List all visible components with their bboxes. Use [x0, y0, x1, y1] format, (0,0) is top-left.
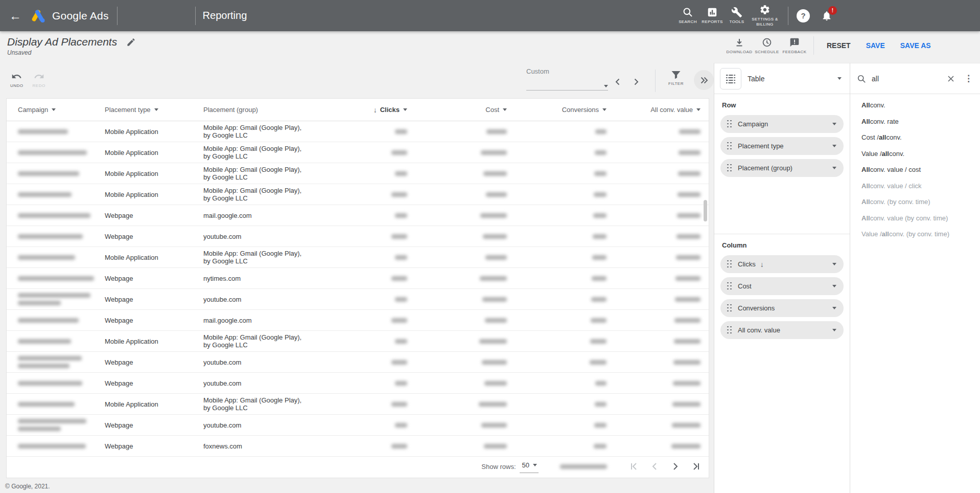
table-row[interactable]: Mobile Application Mobile App: Gmail (Go… [7, 121, 709, 142]
row-drop-zone[interactable] [720, 181, 844, 234]
reset-button[interactable]: RESET [819, 36, 858, 55]
first-page-button[interactable] [628, 461, 639, 472]
table-row[interactable]: Webpage youtube.com [7, 415, 709, 436]
metric-option[interactable]: Cost / all conv. [861, 129, 980, 146]
last-page-icon [691, 461, 702, 472]
metric-option[interactable]: All conv. (by conv. time) [861, 194, 980, 210]
back-arrow-icon[interactable]: ← [5, 6, 26, 26]
placement-group-cell: youtube.com [203, 226, 331, 247]
help-button[interactable]: ? [797, 9, 810, 23]
drag-handle-icon[interactable] [727, 164, 732, 172]
field-chip[interactable]: Placement (group) ↓ [720, 159, 844, 177]
undo-button[interactable]: UNDO [10, 71, 24, 88]
column-header-conversions[interactable]: Conversions [507, 106, 606, 114]
redo-button[interactable]: REDO [33, 71, 45, 88]
drag-handle-icon[interactable] [727, 282, 732, 290]
metric-option[interactable]: Value / all conv. [861, 146, 980, 162]
nav-tools-button[interactable]: TOOLS [725, 7, 749, 25]
download-button[interactable]: DOWNLOAD [726, 37, 753, 54]
table-row[interactable]: Mobile Application Mobile App: Gmail (Go… [7, 142, 709, 163]
conversions-cell [507, 255, 606, 260]
table-row[interactable]: Webpage mail.google.com [7, 310, 709, 331]
vertical-scrollbar[interactable] [704, 200, 707, 221]
metric-search-input[interactable] [871, 74, 934, 83]
metric-option[interactable]: All conv. rate [861, 114, 980, 130]
nav-search-button[interactable]: SEARCH [675, 7, 700, 25]
clear-search-button[interactable] [945, 73, 957, 85]
google-ads-logo[interactable]: Google Ads [29, 8, 109, 24]
nav-reports-button[interactable]: REPORTS [700, 7, 725, 25]
metric-option[interactable]: All conv. value / click [861, 178, 980, 194]
conv-value-cell [606, 402, 709, 407]
table-row[interactable]: Webpage youtube.com [7, 226, 709, 247]
column-header-clicks[interactable]: ↓ Clicks [331, 106, 407, 114]
column-header-placement-group[interactable]: Placement (group) [203, 106, 331, 114]
filter-button[interactable]: FILTER [664, 71, 688, 86]
drag-handle-icon[interactable] [727, 142, 732, 150]
previous-page-button[interactable] [649, 461, 660, 472]
drag-handle-icon[interactable] [727, 120, 732, 128]
campaign-cell [7, 276, 105, 281]
more-options-button[interactable]: ⋮ [961, 73, 976, 84]
cost-cell [407, 381, 507, 386]
cost-cell [407, 402, 507, 407]
clicks-cell [331, 423, 407, 428]
field-chip[interactable]: All conv. value ↓ [720, 321, 844, 339]
save-status: Unsaved [7, 49, 136, 56]
chevron-down-icon[interactable] [832, 307, 836, 309]
table-row[interactable]: Mobile Application Mobile App: Gmail (Go… [7, 184, 709, 205]
column-header-placement-type[interactable]: Placement type [105, 106, 203, 114]
page-size-value: 50 [522, 461, 529, 469]
column-header-campaign[interactable]: Campaign [7, 106, 105, 114]
campaign-cell [7, 444, 105, 449]
previous-date-range-button[interactable] [611, 75, 624, 88]
page-title: Reporting [203, 10, 247, 21]
notifications-button[interactable]: ! [821, 10, 832, 22]
drag-handle-icon[interactable] [727, 304, 732, 312]
visualization-type-select[interactable]: Table [714, 63, 850, 94]
chevron-down-icon[interactable] [832, 329, 836, 331]
next-date-range-button[interactable] [629, 75, 643, 88]
table-row[interactable]: Mobile Application Mobile App: Gmail (Go… [7, 163, 709, 184]
chevron-down-icon[interactable] [832, 263, 836, 265]
chevron-down-icon[interactable] [832, 145, 836, 147]
show-rows-select[interactable]: 50 [520, 460, 539, 473]
field-chip[interactable]: Conversions ↓ [720, 299, 844, 317]
drag-handle-icon[interactable] [727, 260, 732, 268]
metric-option[interactable]: All conv. [861, 97, 980, 114]
first-page-icon [628, 461, 639, 472]
field-chip[interactable]: Cost ↓ [720, 277, 844, 295]
chevron-down-icon[interactable] [832, 285, 836, 287]
placement-type-cell: Webpage [105, 379, 203, 387]
chevron-down-icon[interactable] [832, 167, 836, 169]
metric-option[interactable]: All conv. value / cost [861, 162, 980, 178]
metric-option[interactable]: Value / all conv. (by conv. time) [861, 226, 980, 242]
next-page-button[interactable] [670, 461, 681, 472]
table-row[interactable]: Webpage youtube.com [7, 373, 709, 394]
table-row[interactable]: Webpage foxnews.com [7, 436, 709, 457]
drag-handle-icon[interactable] [727, 326, 732, 334]
table-row[interactable]: Mobile Application Mobile App: Gmail (Go… [7, 247, 709, 268]
save-button[interactable]: SAVE [858, 36, 893, 55]
table-row[interactable]: Webpage youtube.com [7, 289, 709, 310]
chevron-down-icon[interactable] [832, 123, 836, 125]
nav-settings-billing-button[interactable]: SETTINGS & BILLING [749, 4, 781, 27]
column-header-cost[interactable]: Cost [407, 106, 507, 114]
field-chip[interactable]: Placement type ↓ [720, 137, 844, 155]
column-header-all-conv-value[interactable]: All conv. value [606, 106, 709, 114]
date-range-select[interactable]: Custom [526, 68, 608, 91]
last-page-button[interactable] [691, 461, 702, 472]
table-row[interactable]: Mobile Application Mobile App: Gmail (Go… [7, 331, 709, 352]
table-row[interactable]: Webpage nytimes.com [7, 268, 709, 289]
feedback-button[interactable]: FEEDBACK [781, 37, 808, 54]
field-chip[interactable]: Campaign ↓ [720, 115, 844, 133]
table-row[interactable]: Mobile Application Mobile App: Gmail (Go… [7, 394, 709, 415]
schedule-button[interactable]: SCHEDULE [753, 37, 781, 54]
table-row[interactable]: Webpage youtube.com [7, 352, 709, 373]
collapse-panel-button[interactable] [694, 70, 714, 90]
table-row[interactable]: Webpage mail.google.com [7, 205, 709, 226]
edit-pencil-icon[interactable] [126, 37, 136, 47]
metric-option[interactable]: All conv. value (by conv. time) [861, 210, 980, 227]
field-chip[interactable]: Clicks ↓ [720, 255, 844, 273]
save-as-button[interactable]: SAVE AS [893, 36, 939, 55]
